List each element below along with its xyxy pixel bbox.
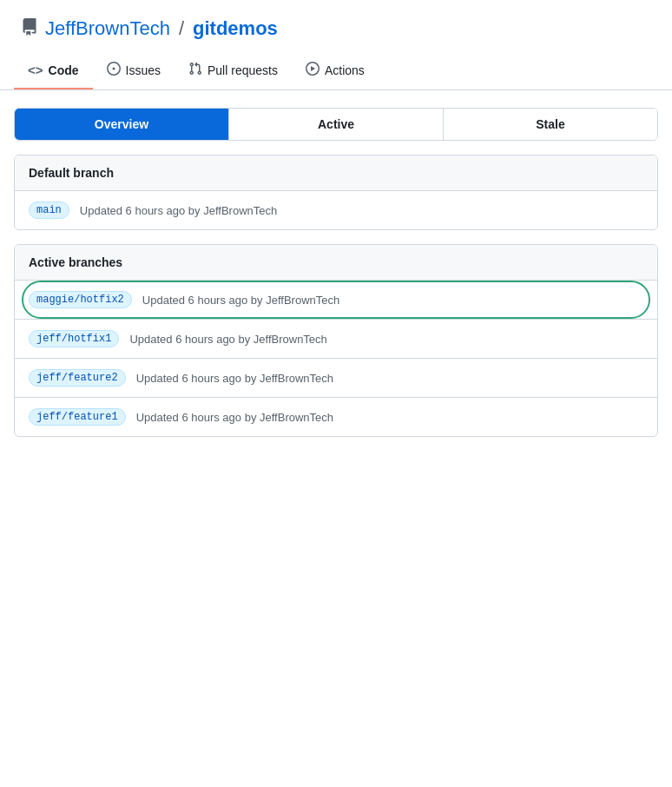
branch-meta-jeff-feature2: Updated 6 hours ago by JeffBrownTech — [136, 372, 333, 385]
repo-icon — [21, 18, 38, 40]
branch-tag-maggie-hotfix2[interactable]: maggie/hotfix2 — [29, 291, 132, 308]
pull-request-icon — [188, 62, 202, 78]
nav-tabs: <> Code Issues Pull requests Actions — [0, 50, 672, 90]
repo-header: JeffBrownTech / gitdemos — [0, 0, 672, 50]
tab-actions-label: Actions — [325, 63, 365, 77]
code-icon: <> — [28, 63, 43, 77]
branch-row-jeff-hotfix1: jeff/hotfix1 Updated 6 hours ago by Jeff… — [15, 320, 657, 359]
active-branches-card: Active branches maggie/hotfix2 Updated 6… — [14, 244, 658, 437]
branch-tag-jeff-feature1[interactable]: jeff/feature1 — [29, 408, 126, 426]
branch-row-jeff-feature2: jeff/feature2 Updated 6 hours ago by Jef… — [15, 359, 657, 398]
branch-tag-jeff-hotfix1[interactable]: jeff/hotfix1 — [29, 330, 119, 347]
tab-code-label: Code — [49, 63, 79, 77]
active-branches-header: Active branches — [15, 245, 657, 281]
branch-meta-maggie-hotfix2: Updated 6 hours ago by JeffBrownTech — [142, 294, 339, 307]
branch-tag-jeff-feature2[interactable]: jeff/feature2 — [29, 369, 126, 387]
tab-code[interactable]: <> Code — [14, 52, 93, 89]
default-branch-meta: Updated 6 hours ago by JeffBrownTech — [80, 204, 277, 217]
branch-meta-jeff-feature1: Updated 6 hours ago by JeffBrownTech — [136, 411, 333, 424]
repo-separator: / — [179, 17, 184, 40]
default-branch-header: Default branch — [15, 155, 657, 191]
default-branch-row: main Updated 6 hours ago by JeffBrownTec… — [15, 191, 657, 229]
branch-row-jeff-feature1: jeff/feature1 Updated 6 hours ago by Jef… — [15, 398, 657, 436]
repo-owner-link[interactable]: JeffBrownTech — [45, 17, 170, 40]
issues-icon — [107, 62, 121, 78]
section-tab-overview[interactable]: Overview — [15, 109, 229, 140]
tab-pull-requests-label: Pull requests — [208, 63, 278, 77]
repo-name-link[interactable]: gitdemos — [193, 17, 278, 40]
tab-issues[interactable]: Issues — [93, 51, 175, 90]
tab-pull-requests[interactable]: Pull requests — [175, 51, 292, 90]
branch-row-highlighted: maggie/hotfix2 Updated 6 hours ago by Je… — [15, 281, 657, 320]
default-branch-tag[interactable]: main — [29, 202, 69, 219]
branch-meta-jeff-hotfix1: Updated 6 hours ago by JeffBrownTech — [129, 333, 326, 346]
tab-actions[interactable]: Actions — [292, 51, 379, 90]
section-tab-stale[interactable]: Stale — [444, 109, 657, 140]
section-tabs: Overview Active Stale — [14, 108, 658, 141]
actions-icon — [306, 62, 320, 78]
tab-issues-label: Issues — [126, 63, 161, 77]
default-branch-card: Default branch main Updated 6 hours ago … — [14, 155, 658, 230]
section-tab-active[interactable]: Active — [229, 109, 444, 140]
